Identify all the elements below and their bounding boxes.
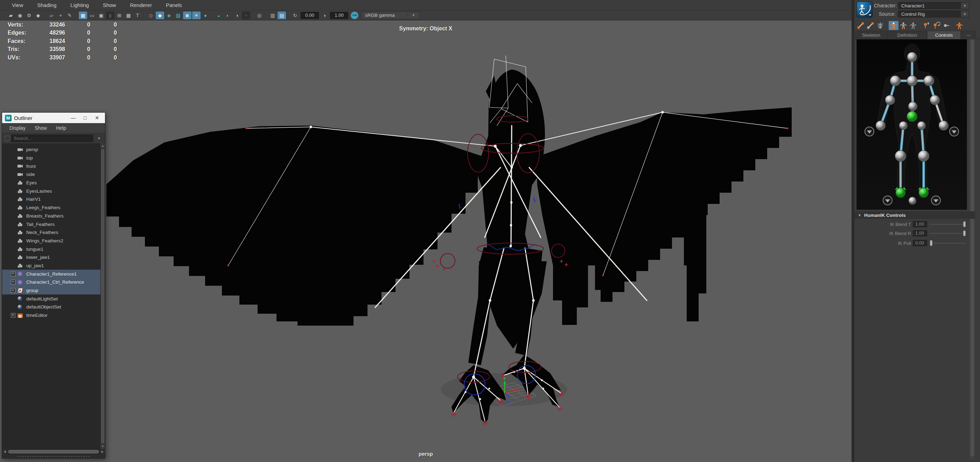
exposure-field[interactable]: 0.00 <box>301 12 319 19</box>
gamma-dropdown[interactable]: sRGB gamma ▼ <box>361 11 420 19</box>
perspective-viewport[interactable]: X Y Z Verts: 33246 0 0 Edges: 48296 0 0 … <box>0 20 851 462</box>
outliner-item[interactable]: defaultLightSet <box>2 294 105 303</box>
tab-more[interactable]: --- <box>961 31 976 39</box>
outliner-item[interactable]: front <box>2 162 105 170</box>
outliner-titlebar[interactable]: M Outliner — □ ✕ <box>2 113 105 123</box>
outliner-item[interactable]: HairV1 <box>2 195 105 203</box>
ik-blend-r-slider[interactable] <box>929 230 966 237</box>
outliner-item[interactable]: tongue1 <box>2 245 105 253</box>
ik-pull-slider[interactable] <box>929 240 966 246</box>
tab-definition[interactable]: Definition <box>888 31 927 39</box>
textured-display-icon[interactable]: ▧ <box>174 11 182 19</box>
menu-shading[interactable]: Shading <box>31 0 63 11</box>
bird-character-silhouette[interactable] <box>107 70 792 423</box>
scrollbar-thumb[interactable] <box>8 450 99 454</box>
collapse-triangle-icon[interactable]: ▼ <box>854 213 864 217</box>
shadows-icon[interactable]: ● <box>201 11 210 19</box>
humanik-controls-header[interactable]: ▼ HumanIK Controls <box>854 211 975 219</box>
shaded-display-icon[interactable]: ◆ <box>156 11 164 19</box>
outliner-item[interactable]: persp <box>2 146 105 154</box>
menu-renderer[interactable]: Renderer <box>124 0 158 11</box>
all-lights-icon[interactable]: ☀ <box>192 11 200 19</box>
selection-mode-icon[interactable] <box>908 21 918 30</box>
maximize-button[interactable]: □ <box>79 113 91 122</box>
character-dropdown[interactable]: Character1 ▼ <box>898 2 969 9</box>
outliner-item[interactable]: Tail_Feathers <box>2 220 105 229</box>
motion-blur-icon[interactable]: ◐ <box>224 11 232 19</box>
pin-translate-icon[interactable] <box>921 21 931 30</box>
outliner-item[interactable]: Leegs_Feathers <box>2 203 105 212</box>
close-button[interactable]: ✕ <box>91 113 103 122</box>
outliner-item[interactable]: side <box>2 170 105 179</box>
layers-icon[interactable]: ▥ <box>269 11 277 19</box>
camera-attributes-icon[interactable]: ◉ <box>16 11 24 19</box>
gate-mask-icon[interactable]: ▮ <box>106 11 115 19</box>
depth-of-field-icon[interactable]: ▪ <box>242 11 250 19</box>
outliner-item[interactable]: Breasts_Feathers <box>2 212 105 220</box>
scroll-right-icon[interactable]: ▶ <box>100 449 105 454</box>
expand-icon[interactable] <box>11 272 15 276</box>
menu-show[interactable]: Show <box>97 0 123 11</box>
body-full-mode-icon[interactable] <box>889 21 899 30</box>
add-bone-icon[interactable] <box>856 21 865 30</box>
outliner-item[interactable]: top <box>2 154 105 162</box>
outliner-resize-grip[interactable] <box>2 454 105 458</box>
tab-skeleton[interactable]: Skeleton <box>855 31 887 39</box>
ik-pull-field[interactable]: 0.00 <box>913 240 927 246</box>
select-camera-icon[interactable]: ▰ <box>6 11 15 19</box>
safe-title-icon[interactable]: T <box>134 11 142 19</box>
expand-icon[interactable] <box>11 280 15 284</box>
image-plane-icon[interactable]: ▱ <box>47 11 56 19</box>
menu-view[interactable]: View <box>6 0 29 11</box>
outliner-item[interactable]: EyesLashes <box>2 187 105 195</box>
outliner-search-input[interactable] <box>11 135 93 142</box>
outliner-vertical-scrollbar[interactable]: ▲ ▼ <box>100 143 105 449</box>
humanik-logo-icon[interactable] <box>856 2 873 17</box>
xray-icon[interactable]: ▤ <box>278 11 286 19</box>
character-panel-scrollbar[interactable] <box>970 39 975 459</box>
contrast-icon[interactable]: ◑ <box>320 11 329 19</box>
outliner-horizontal-scrollbar[interactable]: ◀ ▶ <box>2 449 105 454</box>
skeleton-icon[interactable] <box>875 21 885 30</box>
outliner-menu-show[interactable]: Show <box>30 125 51 131</box>
menu-lighting[interactable]: Lighting <box>64 0 95 11</box>
menu-panels[interactable]: Panels <box>160 0 188 11</box>
outliner-item[interactable]: group <box>2 286 105 295</box>
film-gate-icon[interactable]: ▭ <box>88 11 96 19</box>
scroll-up-icon[interactable]: ▲ <box>100 143 105 149</box>
occlusion-icon[interactable]: ◒ <box>215 11 223 19</box>
contrast-field[interactable]: 1.00 <box>330 12 348 19</box>
resolution-gate-icon[interactable]: ▣ <box>97 11 105 19</box>
body-part-mode-icon[interactable] <box>899 21 908 30</box>
selection-filter-icon[interactable] <box>5 136 10 141</box>
wireframe-display-icon[interactable]: ◇ <box>146 11 155 19</box>
viewport-scene[interactable]: X Y Z <box>0 21 851 462</box>
outliner-item[interactable]: lower_jaw1 <box>2 253 105 262</box>
wireframe-on-shaded-icon[interactable]: ◈ <box>165 11 173 19</box>
outliner-item[interactable]: up_jaw1 <box>2 262 105 270</box>
outliner-menu-display[interactable]: Display <box>5 125 30 131</box>
camera-settings-icon[interactable]: ⚙ <box>25 11 33 19</box>
minimize-button[interactable]: — <box>67 113 79 122</box>
color-management-toggle[interactable]: ON <box>351 11 358 19</box>
character-map[interactable] <box>856 39 967 210</box>
outliner-item[interactable]: Neck_Feathers <box>2 229 105 237</box>
grease-pencil-icon[interactable]: ✎ <box>65 11 74 19</box>
scrollbar-thumb[interactable] <box>101 149 105 443</box>
outliner-item[interactable]: timeEditor <box>2 311 105 320</box>
pin-rotate-icon[interactable] <box>931 21 941 30</box>
tab-controls[interactable]: Controls <box>927 31 961 39</box>
scroll-down-icon[interactable]: ▼ <box>100 444 105 449</box>
outliner-list[interactable]: persp top front side Eyes EyesLashes Hai… <box>2 143 105 449</box>
limb-expander-buttons[interactable] <box>865 127 959 205</box>
field-chart-icon[interactable]: ⊞ <box>115 11 124 19</box>
pan-zoom-icon[interactable]: + <box>56 11 65 19</box>
mirror-bone-icon[interactable] <box>865 21 875 30</box>
safe-action-icon[interactable]: ▩ <box>124 11 133 19</box>
default-material-icon[interactable]: ◙ <box>183 11 191 19</box>
ik-blend-r-field[interactable]: 1.00 <box>913 230 927 237</box>
isolate-select-icon[interactable]: ◎ <box>255 11 264 19</box>
outliner-item[interactable]: Character1_Reference1 <box>2 270 105 278</box>
ik-blend-t-field[interactable]: 1.00 <box>913 221 927 227</box>
ik-blend-t-slider[interactable] <box>929 221 966 227</box>
